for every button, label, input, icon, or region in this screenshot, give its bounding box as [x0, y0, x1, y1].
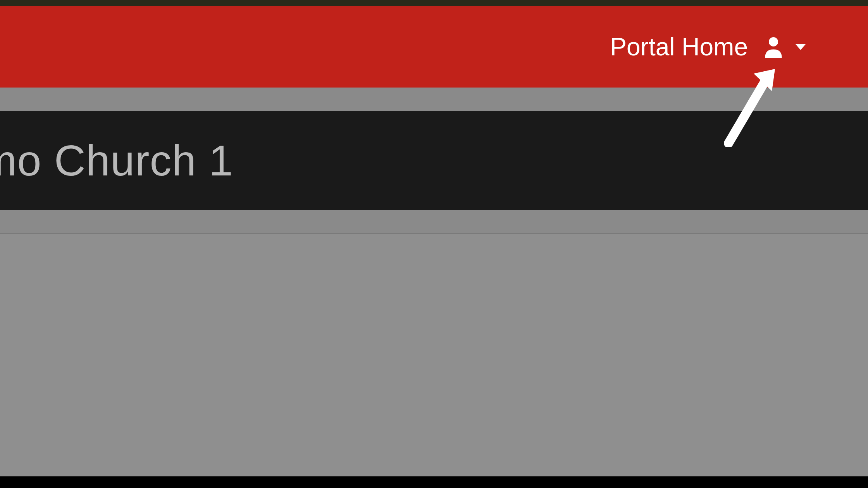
user-icon	[763, 36, 784, 58]
top-border	[0, 0, 868, 6]
content-divider	[0, 233, 868, 234]
svg-point-0	[769, 37, 778, 46]
header-gap	[0, 88, 868, 111]
church-title: mo Church 1	[0, 136, 233, 186]
bottom-bar	[0, 476, 868, 488]
caret-down-icon	[795, 44, 806, 50]
user-menu-dropdown[interactable]	[763, 36, 806, 58]
title-bar: mo Church 1	[0, 111, 868, 210]
content-area	[0, 233, 868, 488]
main-header: Portal Home	[0, 6, 868, 88]
portal-home-link[interactable]: Portal Home	[610, 33, 748, 61]
